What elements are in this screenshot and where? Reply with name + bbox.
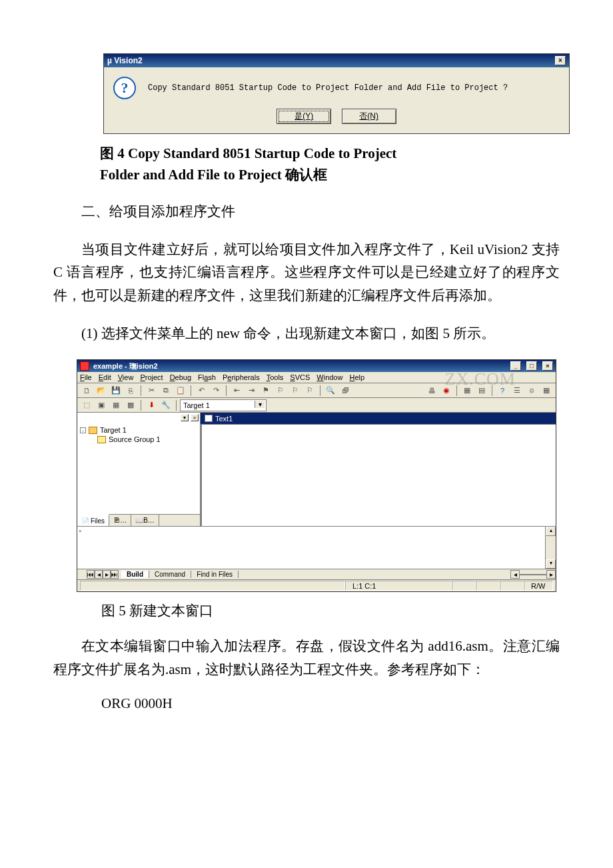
question-icon: ? [113,77,136,99]
project-tree[interactable]: - Target 1 Source Group 1 [77,413,200,514]
editor-tab[interactable]: Text1 [201,413,556,425]
folder-icon [89,427,97,434]
debug-icon[interactable]: ◉ [440,385,453,397]
document-icon [205,415,213,422]
panel-close-icon[interactable]: × [191,414,199,421]
folder-icon [97,436,106,443]
menu-view[interactable]: View [118,373,134,381]
output-body[interactable] [77,527,556,569]
menu-svcs[interactable]: SVCS [290,373,310,381]
figure-4-caption: 图 4 Copy Standard 8051 Startup Code to P… [100,143,560,185]
panel-close-icon[interactable]: × [79,528,84,533]
indent-left-icon[interactable]: ⇤ [230,385,243,397]
ide-title-text: example - 璑ision2 [93,361,158,371]
figure-4-dialog: µ Vision2 × ? Copy Standard 8051 Startup… [103,53,560,134]
find-icon[interactable]: 🔍 [324,385,337,397]
tab-nav-last-icon[interactable]: ⏭ [111,570,119,579]
menu-help[interactable]: Help [349,373,364,381]
expand-icon[interactable]: - [80,427,86,433]
menu-debug[interactable]: Debug [170,373,191,381]
scroll-up-icon[interactable]: ▴ [546,527,556,536]
yes-button[interactable]: 是(Y) [277,109,331,124]
menu-peripherals[interactable]: Peripherals [223,373,260,381]
output-tabs: ⏮ ◂ ▸ ⏭ Build Command Find in Files ◂ ▸ [77,569,556,579]
ide-window: example - 璑ision2 _ □ × File Edit View P… [77,359,556,592]
bookmark-icon[interactable]: ⚑ [259,385,273,397]
minimize-icon[interactable]: _ [510,361,521,371]
menu-project[interactable]: Project [140,373,163,381]
new-file-icon[interactable]: 🗋 [80,385,93,397]
project-panel-tabs: 📄 Files 🖹… 📖B… [77,514,200,526]
output-scrollbar[interactable]: ▴ ▾ [545,527,556,569]
paste-icon[interactable]: 📋 [174,385,187,397]
scroll-right-icon[interactable]: ▸ [546,570,556,579]
window-output-icon[interactable]: ▤ [475,385,488,397]
tool-b-icon[interactable]: ⛭ [525,385,538,397]
maximize-icon[interactable]: □ [526,361,537,371]
cut-icon[interactable]: ✂ [145,385,158,397]
help-icon[interactable]: ? [496,385,509,397]
download-icon[interactable]: ⬇ [145,399,158,411]
build-icon[interactable]: ▣ [95,399,108,411]
ide-menubar: File Edit View Project Debug Flash Perip… [77,372,556,383]
target-select[interactable]: Target 1 [180,399,267,411]
save-icon[interactable]: 💾 [109,385,123,397]
print-icon[interactable]: 🖶 [425,385,438,397]
save-all-icon[interactable]: ⎘ [124,385,137,397]
dialog-message: Copy Standard 8051 Startup Code to Proje… [148,83,560,93]
menu-window[interactable]: Window [316,373,342,381]
indent-right-icon[interactable]: ⇥ [245,385,258,397]
options-icon[interactable]: 🔧 [159,399,173,411]
scroll-left-icon[interactable]: ◂ [510,570,520,579]
menu-file[interactable]: File [80,373,92,381]
section-2-heading: 二、给项目添加程序文件 [53,200,560,223]
output-panel: × ▴ ▾ ⏮ ◂ ▸ ⏭ Build Command Find [77,526,556,579]
ide-toolbar-2: ⬚ ▣ ▦ ▩ ⬇ 🔧 Target 1 [77,398,556,413]
tool-a-icon[interactable]: ☰ [510,385,524,397]
menu-edit[interactable]: Edit [99,373,111,381]
project-panel: ▾ × - Target 1 Source Group 1 [77,413,201,526]
no-button[interactable]: 否(N) [342,109,396,124]
close-icon[interactable]: × [542,361,553,371]
close-icon[interactable]: × [555,56,566,65]
text-editor[interactable] [201,425,556,526]
bookmark-next-icon[interactable]: ⚐ [289,385,302,397]
figure-5-ide: example - 璑ision2 _ □ × File Edit View P… [77,359,560,592]
tab-nav-prev-icon[interactable]: ◂ [95,570,103,579]
output-tab-command[interactable]: Command [149,571,191,578]
tab-files[interactable]: 📄 Files [77,514,109,526]
panel-float-icon[interactable]: ▾ [181,414,189,421]
bookmark-prev-icon[interactable]: ⚐ [274,385,287,397]
menu-flash[interactable]: Flash [198,373,216,381]
tab-nav-first-icon[interactable]: ⏮ [87,570,95,579]
bookmark-clear-icon[interactable]: ⚐ [303,385,316,397]
dialog-titlebar: µ Vision2 × [104,54,569,67]
menu-tools[interactable]: Tools [267,373,284,381]
paragraph-3: 在文本编辑窗口中输入加法程序。存盘，假设文件名为 add16.asm。注意汇编程… [53,635,560,681]
tab-books[interactable]: 📖B… [131,515,159,526]
output-tab-build[interactable]: Build [121,571,149,578]
undo-icon[interactable]: ↶ [195,385,208,397]
scroll-down-icon[interactable]: ▾ [546,559,556,569]
ide-toolbar-1: 🗋 📂 💾 ⎘ ✂ ⧉ 📋 ↶ ↷ ⇤ ⇥ ⚑ ⚐ ⚐ ⚐ 🔍 [77,383,556,398]
tab-regs[interactable]: 🖹… [109,515,131,526]
tree-child-item[interactable]: Source Group 1 [97,435,197,443]
window-project-icon[interactable]: ▦ [460,385,474,397]
tool-c-icon[interactable]: ▦ [540,385,553,397]
code-line-1: ORG 0000H [101,695,560,712]
find-in-files-icon[interactable]: 🗊 [338,385,352,397]
open-file-icon[interactable]: 📂 [95,385,108,397]
ide-titlebar: example - 璑ision2 _ □ × [77,360,556,372]
build-target-icon[interactable]: ⬚ [80,399,93,411]
copy-icon[interactable]: ⧉ [159,385,173,397]
build-all-icon[interactable]: ▩ [124,399,137,411]
figure-5-caption: 图 5 新建文本窗口 [101,601,560,620]
rebuild-icon[interactable]: ▦ [109,399,123,411]
tree-root-label: Target 1 [100,426,127,434]
tree-root-item[interactable]: - Target 1 [80,426,197,434]
tab-nav-next-icon[interactable]: ▸ [103,570,111,579]
editor-tab-label: Text1 [215,415,233,423]
output-tab-find[interactable]: Find in Files [191,571,239,578]
status-msg [80,581,345,591]
redo-icon[interactable]: ↷ [209,385,223,397]
